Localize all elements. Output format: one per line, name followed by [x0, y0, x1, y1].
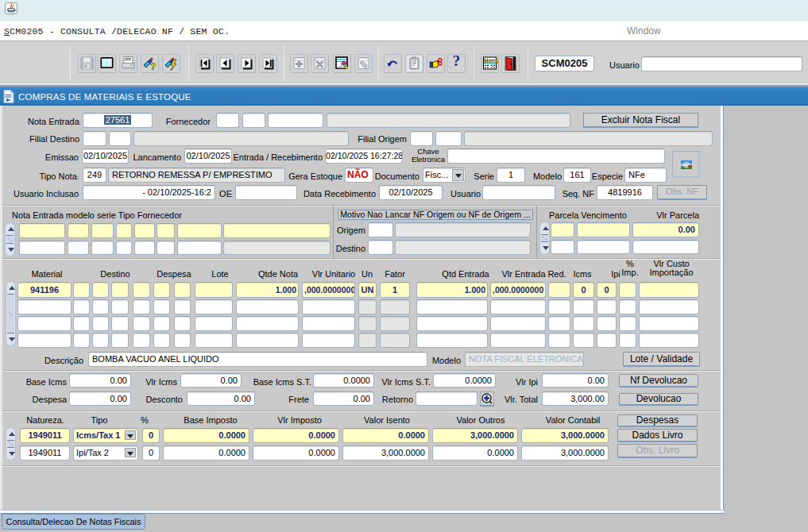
svg-text:Menu: Menu	[484, 57, 498, 64]
svg-text:?: ?	[150, 61, 156, 72]
